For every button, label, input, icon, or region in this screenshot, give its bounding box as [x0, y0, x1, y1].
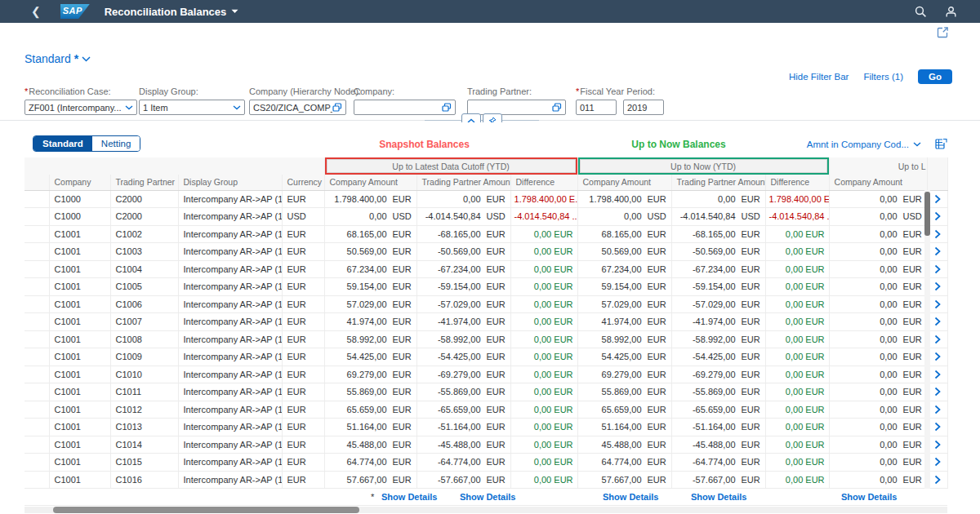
uptolatest-company-amount-cell: 0,00EUR [829, 190, 927, 208]
uptolatest-company-amount-cell: 0,00EUR [829, 243, 927, 261]
vertical-scrollbar-thumb[interactable] [924, 192, 930, 236]
table-row[interactable]: C1001 C1009 Intercompany AR->AP (10... E… [24, 348, 947, 366]
col-trading-partner[interactable]: Trading Partner [110, 175, 178, 190]
snapshot-company-amount-cell: 54.425,00EUR [324, 348, 416, 366]
row-selector-cell [24, 383, 49, 401]
show-details-snapshot-partner[interactable]: Show Details [460, 492, 515, 502]
variant-selector[interactable]: Standard* [24, 52, 91, 65]
trading-partner-cell: C1007 [110, 313, 178, 331]
currency-cell: EUR [282, 454, 324, 472]
snapshot-difference-cell: 0,00 EUR [510, 366, 577, 383]
col-snapshot-company-amount[interactable]: Company Amount [324, 175, 416, 190]
col-company[interactable]: Company [49, 175, 110, 190]
search-icon[interactable] [915, 6, 927, 18]
fiscal-period-input[interactable] [576, 100, 617, 115]
back-icon[interactable]: ❮ [31, 6, 41, 17]
snapshot-company-amount-cell: 55.869,00EUR [324, 383, 416, 401]
sap-logo[interactable]: SAP [60, 4, 90, 19]
chevron-down-icon [913, 142, 921, 147]
shell-bar: ❮ SAP Reconciliation Balances [0, 0, 980, 23]
green-annotation-box: Up to Now (YTD) [578, 157, 829, 175]
col-uptonow-company-amount[interactable]: Company Amount [577, 175, 671, 190]
show-details-uptonow-company[interactable]: Show Details [603, 492, 658, 502]
reconciliation-balances-table: Up to Latest Data Cutoff (YTD) Up to Now… [24, 157, 947, 506]
row-selector-cell [24, 243, 49, 261]
display-group-cell: Intercompany AR->AP (10... [178, 383, 282, 401]
trading-partner-input-text[interactable] [471, 103, 552, 113]
hide-filter-bar-link[interactable]: Hide Filter Bar [789, 72, 849, 82]
uptonow-difference-cell: 0,00 EUR [765, 366, 829, 383]
amount-display-dropdown[interactable]: Amnt in Company Cod... [807, 140, 921, 149]
show-details-uptolatest-company[interactable]: Show Details [841, 492, 897, 502]
table-row[interactable]: C1001 C1003 Intercompany AR->AP (10... E… [24, 243, 947, 261]
uptolatest-company-amount-cell: 0,00USD [829, 208, 927, 226]
uptonow-trading-partner-amount-cell: -50.569,00EUR [671, 243, 765, 261]
col-currency[interactable]: Currency [282, 175, 324, 190]
reconciliation-case-select[interactable]: ZF001 (Intercompany... [24, 100, 137, 115]
table-row[interactable]: C1000 C2000 Intercompany AR->AP (10... E… [24, 190, 947, 208]
trading-partner-cell: C1016 [110, 471, 178, 489]
value-help-icon[interactable] [332, 103, 342, 112]
col-uptonow-trading-partner-amount[interactable]: Trading Partner Amount [671, 175, 765, 190]
variant-chevron-down-icon [82, 56, 91, 62]
snapshot-company-amount-cell: 69.279,00EUR [324, 366, 416, 383]
table-row[interactable]: C1001 C1014 Intercompany AR->AP (10... E… [24, 436, 947, 454]
table-row[interactable]: C1001 C1006 Intercompany AR->AP (10... E… [24, 295, 947, 313]
table-row[interactable]: C1001 C1013 Intercompany AR->AP (10... E… [24, 419, 947, 436]
value-help-icon[interactable] [442, 103, 452, 112]
uptonow-company-amount-cell: 1.798.400,00EUR [577, 190, 671, 208]
display-group-cell: Intercompany AR->AP (10... [178, 366, 282, 383]
fiscal-year-text[interactable] [627, 103, 660, 113]
uptonow-difference-cell: 0,00 EUR [765, 313, 829, 331]
display-group-select[interactable]: 1 Item [139, 100, 245, 115]
table-row[interactable]: C1001 C1005 Intercompany AR->AP (10... E… [24, 278, 947, 296]
fiscal-period-text[interactable] [580, 103, 612, 113]
uptonow-company-amount-cell: 45.488,00EUR [577, 436, 671, 454]
col-display-group[interactable]: Display Group [178, 175, 282, 190]
tab-netting[interactable]: Netting [92, 136, 140, 151]
snapshot-trading-partner-amount-cell: -51.164,00EUR [416, 419, 510, 436]
horizontal-scrollbar[interactable] [24, 507, 947, 513]
value-help-icon[interactable] [552, 103, 562, 112]
export-spreadsheet-icon[interactable] [935, 138, 947, 153]
tab-standard[interactable]: Standard [33, 136, 92, 151]
filters-link[interactable]: Filters (1) [863, 72, 903, 82]
currency-cell: EUR [282, 383, 324, 401]
fiscal-year-input[interactable] [623, 100, 664, 115]
uptonow-company-amount-cell: 65.659,00EUR [577, 401, 671, 419]
app-title-menu[interactable]: Reconciliation Balances [105, 6, 239, 18]
table-row[interactable]: C1001 C1012 Intercompany AR->AP (10... E… [24, 401, 947, 419]
snapshot-difference-cell: 1.798.400,00 E... [510, 190, 577, 208]
display-group-cell: Intercompany AR->AP (10... [178, 454, 282, 472]
table-row[interactable]: C1001 C1004 Intercompany AR->AP (10... E… [24, 260, 947, 278]
vertical-scrollbar[interactable] [924, 190, 930, 489]
horizontal-scrollbar-thumb[interactable] [53, 507, 359, 513]
col-snapshot-trading-partner-amount[interactable]: Trading Partner Amount [416, 175, 510, 190]
company-input-text[interactable] [358, 103, 442, 113]
app-title: Reconciliation Balances [105, 6, 227, 18]
company-hierarchy-input[interactable]: CS20/ZICA_COMP_D... [249, 100, 346, 115]
table-row[interactable]: C1001 C1011 Intercompany AR->AP (10... E… [24, 383, 947, 401]
table-row[interactable]: C1001 C1002 Intercompany AR->AP (10... E… [24, 225, 947, 243]
show-details-snapshot-company[interactable]: Show Details [381, 492, 437, 502]
currency-cell: USD [282, 208, 324, 226]
group-header-row: Up to Latest Data Cutoff (YTD) Up to Now… [24, 157, 947, 175]
table-row[interactable]: C1001 C1007 Intercompany AR->AP (10... E… [24, 313, 947, 331]
uptonow-difference-cell: 0,00 EUR [765, 243, 829, 261]
col-snapshot-difference[interactable]: Difference [510, 175, 577, 190]
table-row[interactable]: C1000 C2000 Intercompany AR->AP (10... U… [24, 208, 947, 226]
show-details-uptonow-partner[interactable]: Show Details [691, 492, 746, 502]
table-row[interactable]: C1001 C1008 Intercompany AR->AP (10... E… [24, 330, 947, 348]
display-group-cell: Intercompany AR->AP (10... [178, 295, 282, 313]
uptonow-difference-cell: 0,00 EUR [765, 225, 829, 243]
user-profile-icon[interactable] [945, 6, 957, 18]
share-icon[interactable] [937, 26, 949, 42]
col-uptolatest-company-amount[interactable]: Company Amount [829, 175, 927, 190]
go-button[interactable]: Go [918, 69, 952, 84]
table-row[interactable]: C1001 C1015 Intercompany AR->AP (10... E… [24, 454, 947, 472]
snapshot-company-amount-cell: 59.154,00EUR [324, 278, 416, 296]
table-row[interactable]: C1001 C1016 Intercompany AR->AP (10... E… [24, 471, 947, 489]
table-row[interactable]: C1001 C1010 Intercompany AR->AP (10... E… [24, 366, 947, 383]
row-selector-cell [24, 471, 49, 489]
col-uptonow-difference[interactable]: Difference [765, 175, 829, 190]
